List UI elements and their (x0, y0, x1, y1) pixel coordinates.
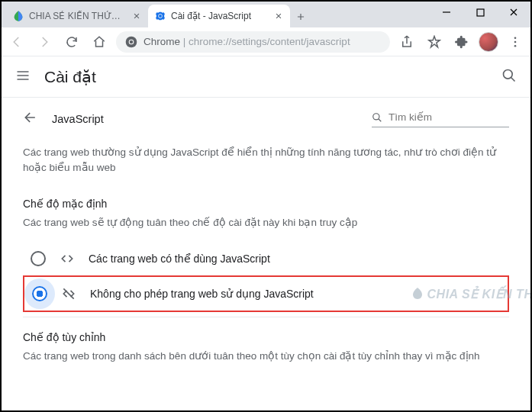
svg-point-8 (514, 44, 517, 47)
svg-point-5 (130, 40, 134, 43)
tab-label: Cài đặt - JavaScript (171, 11, 269, 21)
header-search-button[interactable] (501, 68, 517, 86)
profile-avatar[interactable] (479, 32, 498, 52)
svg-point-6 (514, 37, 517, 39)
watermark-text: CHIA SẺ KIẾN THỨC (411, 286, 530, 301)
search-input[interactable] (389, 111, 509, 123)
browser-tab-0[interactable]: CHIA SẺ KIẾN THỨC - Trang (6, 5, 148, 27)
close-icon[interactable] (131, 11, 142, 21)
back-button[interactable] (23, 110, 38, 128)
radio-option-block[interactable]: Không cho phép trang web sử dụng JavaScr… (23, 275, 509, 312)
radio-button[interactable] (31, 251, 46, 266)
leaf-icon (12, 10, 24, 22)
svg-rect-2 (477, 9, 484, 16)
svg-point-0 (159, 14, 162, 18)
code-icon (60, 251, 75, 266)
nav-forward-button (34, 31, 55, 53)
maximize-button[interactable] (463, 2, 497, 23)
section-header: JavaScript (23, 110, 509, 128)
menu-button[interactable] (505, 31, 526, 53)
browser-tab-1[interactable]: Cài đặt - JavaScript (148, 5, 290, 27)
settings-header: Cài đặt (2, 56, 530, 98)
svg-line-10 (511, 77, 515, 81)
search-icon (372, 111, 382, 124)
nav-back-button (6, 31, 27, 53)
radio-button[interactable] (32, 286, 47, 301)
omnibox[interactable]: Chrome | chrome://settings/content/javas… (116, 31, 390, 53)
share-button[interactable] (396, 31, 418, 53)
window-titlebar: CHIA SẺ KIẾN THỨC - Trang Cài đặt - Java… (2, 2, 530, 27)
settings-content: JavaScript Các trang web thường sử dụng … (2, 98, 530, 410)
menu-icon[interactable] (15, 68, 31, 86)
radio-option-allow[interactable]: Các trang web có thể dùng JavaScript (23, 242, 509, 275)
close-icon[interactable] (273, 11, 284, 21)
window-controls (430, 2, 530, 27)
radio-label: Không cho phép trang web sử dụng JavaScr… (90, 288, 314, 300)
default-behavior-title: Chế độ mặc định (23, 198, 509, 210)
section-description: Các trang web thường sử dụng JavaScript … (23, 145, 509, 176)
search-field[interactable] (372, 111, 509, 127)
bookmark-button[interactable] (424, 31, 445, 53)
chrome-icon (125, 36, 137, 48)
custom-behavior-title: Chế độ tùy chỉnh (23, 331, 509, 343)
gear-icon (154, 10, 166, 22)
tab-strip: CHIA SẺ KIẾN THỨC - Trang Cài đặt - Java… (2, 2, 430, 27)
extensions-button[interactable] (451, 31, 472, 53)
home-button[interactable] (89, 31, 110, 53)
tab-label: CHIA SẺ KIẾN THỨC - Trang (29, 11, 127, 21)
custom-behavior-description: Các trang web trong danh sách bên dưới t… (23, 349, 509, 362)
svg-point-9 (504, 69, 513, 79)
extensions-area (396, 31, 526, 53)
svg-point-7 (514, 40, 517, 43)
page-title: Cài đặt (44, 68, 501, 86)
code-off-icon (61, 286, 76, 301)
section-title: JavaScript (52, 113, 358, 125)
new-tab-button[interactable] (290, 6, 311, 27)
default-behavior-description: Các trang web sẽ tự động tuân theo chế đ… (23, 216, 509, 228)
url-text: Chrome | chrome://settings/content/javas… (143, 36, 350, 47)
address-bar: Chrome | chrome://settings/content/javas… (2, 27, 530, 56)
svg-line-12 (379, 118, 382, 121)
minimize-button[interactable] (430, 2, 463, 23)
divider (23, 317, 509, 317)
close-window-button[interactable] (497, 2, 530, 23)
reload-button[interactable] (61, 31, 82, 53)
svg-point-11 (373, 113, 379, 119)
radio-label: Các trang web có thể dùng JavaScript (89, 253, 270, 265)
